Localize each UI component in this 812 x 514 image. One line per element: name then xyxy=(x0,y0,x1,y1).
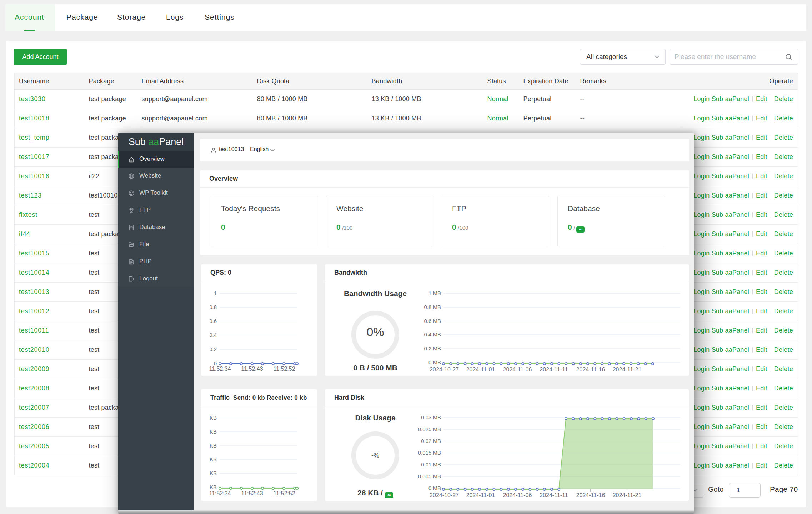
svg-text:11:52:43: 11:52:43 xyxy=(241,490,263,496)
svg-text:0.03 MB: 0.03 MB xyxy=(421,414,441,420)
svg-text:2024-10-27: 2024-10-27 xyxy=(430,366,459,373)
svg-text:0.2: 0.2 xyxy=(209,346,217,352)
svg-text:0.6: 0.6 xyxy=(209,318,217,324)
svg-text:2024-11-06: 2024-11-06 xyxy=(503,366,532,373)
svg-text:0.005 MB: 0.005 MB xyxy=(418,473,441,479)
svg-text:0.02 MB: 0.02 MB xyxy=(421,438,441,444)
svg-text:2024-11-21: 2024-11-21 xyxy=(613,492,642,498)
svg-text:11:52:34: 11:52:34 xyxy=(209,490,231,496)
svg-text:0.01 MB: 0.01 MB xyxy=(421,461,441,468)
svg-text:KB: KB xyxy=(210,484,217,490)
svg-text:1: 1 xyxy=(214,290,217,296)
svg-text:0.015 MB: 0.015 MB xyxy=(418,450,441,456)
svg-text:KB: KB xyxy=(210,415,217,421)
svg-text:2024-11-01: 2024-11-01 xyxy=(466,492,495,498)
svg-text:0.4 MB: 0.4 MB xyxy=(424,331,441,338)
svg-text:0 MB: 0 MB xyxy=(428,485,441,491)
svg-text:2024-11-16: 2024-11-16 xyxy=(576,366,605,373)
svg-text:0.8 MB: 0.8 MB xyxy=(424,304,441,310)
svg-text:2024-11-16: 2024-11-16 xyxy=(576,492,605,498)
svg-text:KB: KB xyxy=(210,470,217,476)
svg-text:2024-10-27: 2024-10-27 xyxy=(430,492,459,498)
svg-text:0.6 MB: 0.6 MB xyxy=(424,318,441,324)
svg-text:11:52:52: 11:52:52 xyxy=(273,366,295,372)
svg-text:11:52:43: 11:52:43 xyxy=(241,366,263,372)
svg-text:KB: KB xyxy=(210,456,217,462)
svg-text:KB: KB xyxy=(210,429,217,435)
svg-text:0.8: 0.8 xyxy=(209,304,217,310)
svg-text:0.4: 0.4 xyxy=(209,332,217,338)
svg-text:11:52:52: 11:52:52 xyxy=(273,490,295,496)
svg-text:2024-11-06: 2024-11-06 xyxy=(503,492,532,498)
svg-text:0.025 MB: 0.025 MB xyxy=(418,426,441,432)
svg-text:11:52:34: 11:52:34 xyxy=(209,366,231,372)
svg-text:2024-11-11: 2024-11-11 xyxy=(540,492,568,498)
svg-text:0.2 MB: 0.2 MB xyxy=(424,345,441,351)
svg-text:2024-11-11: 2024-11-11 xyxy=(540,366,568,373)
svg-text:KB: KB xyxy=(210,443,217,449)
svg-text:2024-11-21: 2024-11-21 xyxy=(613,366,642,373)
svg-text:2024-11-01: 2024-11-01 xyxy=(466,366,495,373)
svg-text:0 MB: 0 MB xyxy=(428,359,441,365)
svg-text:1 MB: 1 MB xyxy=(428,290,441,296)
